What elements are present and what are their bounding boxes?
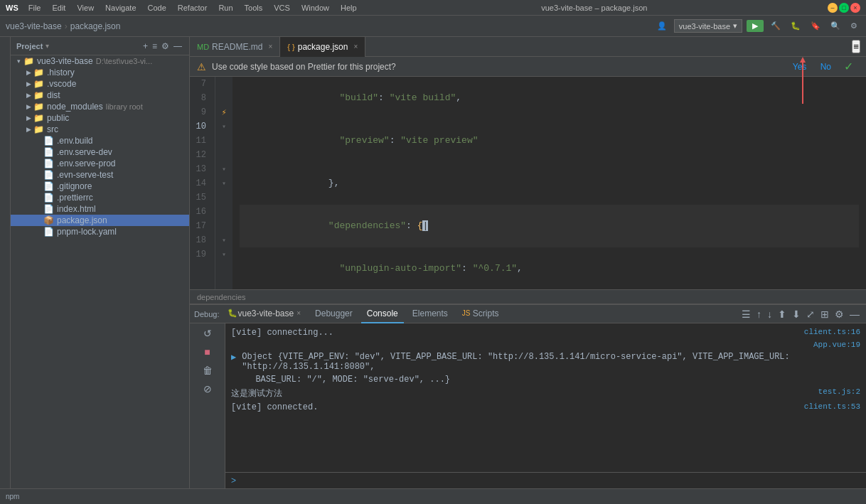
tree-item-env-serve-dev[interactable]: 📄 .env.serve-dev xyxy=(11,146,189,158)
debug-tab-console[interactable]: Console xyxy=(361,305,404,323)
avatar-button[interactable]: 👤 xyxy=(654,20,670,32)
gutter-fold-10[interactable]: ▾ xyxy=(222,122,226,131)
gutter-18: ▾ xyxy=(222,233,226,247)
console-line-app-vue: App.vue:19 xyxy=(231,339,860,350)
debug-console[interactable]: [vite] connecting... client.ts:16 App.vu… xyxy=(225,323,866,472)
menu-run[interactable]: Run xyxy=(214,4,237,12)
tab-readme[interactable]: MD README.md × xyxy=(190,37,280,57)
menu-view[interactable]: View xyxy=(73,4,98,12)
gutter-fold-13[interactable]: ▾ xyxy=(222,165,226,173)
tab-close-package-json[interactable]: × xyxy=(353,43,358,50)
tree-label-index-html: index.html xyxy=(57,204,96,214)
debug-tab-debugger[interactable]: Debugger xyxy=(309,305,358,323)
prettier-yes-button[interactable]: Yes xyxy=(793,62,807,72)
gutter-fold-14[interactable]: ▾ xyxy=(222,179,226,188)
debug-filter-button[interactable]: ☰ xyxy=(739,309,753,320)
debug-download-button[interactable]: ↓ xyxy=(765,309,774,320)
bookmark-button[interactable]: 🔖 xyxy=(808,20,823,32)
tree-item-node-modules[interactable]: ▶ 📁 node_modules library root xyxy=(11,101,189,112)
tree-item-pnpm-lock[interactable]: 📄 pnpm-lock.yaml xyxy=(11,226,189,237)
debug-clear-button[interactable]: 🗑 xyxy=(201,363,214,377)
search-button[interactable]: 🔍 xyxy=(828,20,843,32)
settings-button[interactable]: ⚙ xyxy=(848,20,860,32)
sidebar-dropdown-icon[interactable]: ▾ xyxy=(46,42,49,50)
tree-item-package-json[interactable]: 📦 package.json xyxy=(11,215,189,226)
close-button[interactable]: × xyxy=(850,3,860,13)
scripts-icon: JS xyxy=(462,309,471,317)
menu-file[interactable]: File xyxy=(24,4,46,12)
console-file-1[interactable]: client.ts:16 xyxy=(804,328,860,336)
prettier-no-button[interactable]: No xyxy=(820,62,831,72)
tree-item-dist[interactable]: ▶ 📁 dist xyxy=(11,90,189,101)
console-file-connected[interactable]: client.ts:53 xyxy=(804,402,860,411)
sidebar-tools: + ≡ ⚙ — xyxy=(141,41,183,51)
tree-item-index-html[interactable]: 📄 index.html xyxy=(11,203,189,215)
console-arrow-icon[interactable]: ▶ xyxy=(231,352,236,363)
debug-session-tab[interactable]: 🐛 vue3-vite-base × xyxy=(222,305,306,323)
sidebar-add-button[interactable]: + xyxy=(141,41,149,51)
tab-close-readme[interactable]: × xyxy=(268,43,272,50)
tree-item-gitignore[interactable]: 📄 .gitignore xyxy=(11,181,189,192)
menu-code[interactable]: Code xyxy=(144,4,171,12)
debug-session-name: vue3-vite-base xyxy=(237,309,294,318)
debug-arrow-up-button[interactable]: ⬆ xyxy=(776,309,789,320)
minimize-button[interactable]: – xyxy=(828,3,838,13)
debug-close-button[interactable]: — xyxy=(848,309,862,320)
code-line-11: "unplugin-auto-import": "^0.7.1", xyxy=(240,247,859,289)
breadcrumb-project[interactable]: vue3-vite-base xyxy=(6,21,62,31)
code-content[interactable]: "build": "vite build", "preview": "vite … xyxy=(232,77,866,289)
debug-expand-button[interactable]: ⤢ xyxy=(804,309,817,320)
sidebar-collapse-button[interactable]: ≡ xyxy=(151,41,159,51)
tree-item-evn-serve-test[interactable]: 📄 .evn-serve-test xyxy=(11,169,189,181)
tree-item-vscode[interactable]: ▶ 📁 .vscode xyxy=(11,78,189,90)
debug-button[interactable]: 🐛 xyxy=(788,20,803,32)
tree-item-src[interactable]: ▶ 📁 src xyxy=(11,124,189,135)
breadcrumb-file[interactable]: package.json xyxy=(70,21,121,31)
sidebar-settings-button[interactable]: ⚙ xyxy=(160,41,171,51)
debug-settings-button[interactable]: ⚙ xyxy=(833,309,846,320)
gutter-14: ▾ xyxy=(222,176,226,191)
debug-stop-button[interactable]: ■ xyxy=(203,345,211,359)
menu-navigate[interactable]: Navigate xyxy=(101,4,140,12)
gutter-fold-19[interactable]: ▾ xyxy=(222,250,226,259)
sidebar-title: Project xyxy=(16,42,43,50)
tree-item-history[interactable]: ▶ 📁 .history xyxy=(11,67,189,78)
debug-restart-button[interactable]: ↺ xyxy=(202,326,213,341)
build-button[interactable]: 🔨 xyxy=(768,20,784,32)
menu-help[interactable]: Help xyxy=(336,4,361,12)
maximize-button[interactable]: □ xyxy=(839,3,849,13)
tab-more-button[interactable]: ≡ xyxy=(852,40,860,53)
console-file-app[interactable]: App.vue:19 xyxy=(813,341,860,349)
tab-package-json[interactable]: { } package.json × xyxy=(280,37,365,57)
debug-console-input[interactable] xyxy=(240,476,860,486)
menu-tools[interactable]: Tools xyxy=(240,4,267,12)
debug-arrow-down-button[interactable]: ⬇ xyxy=(790,309,803,320)
debug-tab-elements[interactable]: Elements xyxy=(407,305,454,323)
debug-tab-scripts[interactable]: JS Scripts xyxy=(456,305,505,323)
tree-item-root[interactable]: ▾ 📁 vue3-vite-base D:\test\vue3-vi... xyxy=(11,55,189,67)
debug-filter-side-button[interactable]: ⊘ xyxy=(202,382,213,396)
debug-table-button[interactable]: ⊞ xyxy=(818,309,831,320)
tree-item-env-serve-prod[interactable]: 📄 .env.serve-prod xyxy=(11,158,189,169)
tab-actions: ≡ xyxy=(852,40,866,53)
menu-edit[interactable]: Edit xyxy=(48,4,70,12)
console-line-connected: [vite] connected. client.ts:53 xyxy=(231,401,860,414)
tree-item-public[interactable]: ▶ 📁 public xyxy=(11,112,189,124)
tree-item-prettierrc[interactable]: 📄 .prettierrc xyxy=(11,192,189,203)
file-icon-gitignore: 📄 xyxy=(43,181,54,191)
menu-vcs[interactable]: VCS xyxy=(269,4,294,12)
console-file-test[interactable]: test.js:2 xyxy=(818,387,860,396)
gutter-fold-18[interactable]: ▾ xyxy=(222,236,226,245)
tree-arrow-node-modules: ▶ xyxy=(23,103,33,110)
line-num-18: 18 xyxy=(190,233,210,247)
run-button[interactable]: ▶ xyxy=(747,20,764,32)
project-selector[interactable]: vue3-vite-base ▾ xyxy=(674,19,742,33)
debug-up-button[interactable]: ↑ xyxy=(754,309,764,320)
debug-session-close[interactable]: × xyxy=(296,309,301,317)
menu-window[interactable]: Window xyxy=(297,4,333,12)
tree-item-env-build[interactable]: 📄 .env.build xyxy=(11,135,189,146)
tree-label-dist: dist xyxy=(47,90,60,100)
menu-refactor[interactable]: Refactor xyxy=(173,4,212,12)
window-controls: – □ × xyxy=(828,3,860,13)
sidebar-close-button[interactable]: — xyxy=(172,41,183,51)
